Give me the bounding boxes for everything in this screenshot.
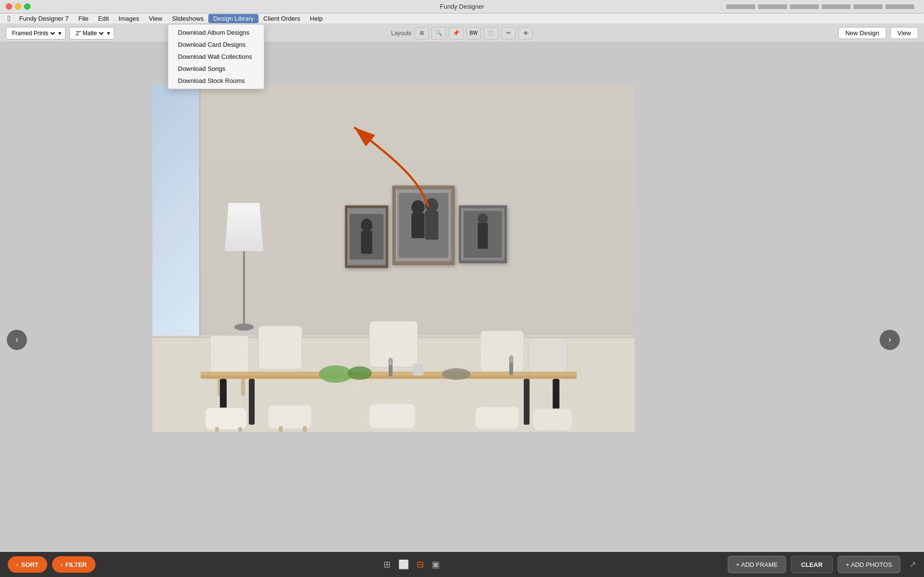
frame-size-dropdown[interactable]: 2" Matte [74, 29, 105, 37]
add-frame-button[interactable]: + ADD FRAME [728, 556, 786, 573]
sort-button[interactable]: ‹ SORT [8, 556, 47, 573]
bottom-bar: ‹ SORT ‹ FILTER ⊞ ⬜ ⊟ ▣ + ADD FRAME CLEA… [0, 552, 924, 577]
svg-rect-6 [361, 231, 372, 254]
svg-rect-34 [413, 363, 423, 376]
toolbar-center: Layouts ⊞ 🔍 📌 BW ⬚ ✏ 👁 [391, 27, 533, 40]
svg-rect-41 [476, 407, 519, 429]
view-button[interactable]: View [890, 27, 918, 39]
share-icon[interactable]: ↗ [909, 559, 916, 570]
menu-bar:  Fundy Designer 7 File Edit Images View… [0, 13, 924, 24]
svg-point-11 [425, 198, 438, 212]
svg-rect-12 [425, 211, 438, 240]
frame-size-select[interactable]: 2" Matte ▾ [69, 27, 114, 40]
room-view: Room 1 ✓ ⊕ [152, 85, 635, 432]
svg-point-15 [478, 214, 488, 224]
prev-arrow[interactable]: ‹ [7, 330, 27, 350]
window-title: Fundy Designer [440, 3, 484, 10]
svg-point-33 [388, 358, 393, 365]
layers-icon[interactable]: ⬚ [484, 27, 498, 40]
add-photos-button[interactable]: + ADD PHOTOS [838, 556, 900, 573]
svg-rect-44 [238, 427, 242, 432]
app: Fundy Designer  Fundy Designer 7 File E… [0, 0, 924, 577]
edit-menu-item[interactable]: Edit [93, 14, 113, 23]
toolbar-right: New Design View [838, 27, 918, 39]
edit-icon[interactable]: ✏ [501, 27, 516, 40]
layouts-label: Layouts [391, 30, 411, 37]
svg-rect-29 [524, 379, 530, 425]
photo-frame-center[interactable] [392, 186, 455, 265]
download-album-designs-item[interactable]: Download Album Designs [168, 27, 264, 39]
help-menu-item[interactable]: Help [305, 14, 328, 23]
dining-scene [152, 278, 635, 432]
grid-icon[interactable]: ⊞ [414, 27, 429, 40]
photo-right [462, 208, 504, 260]
svg-rect-18 [258, 326, 302, 369]
file-menu-item[interactable]: File [73, 14, 93, 23]
clear-button[interactable]: CLEAR [791, 556, 833, 573]
svg-rect-38 [205, 408, 246, 429]
view-menu-item[interactable]: View [144, 14, 167, 23]
layout-icon[interactable]: ⊟ [417, 559, 424, 570]
svg-rect-10 [411, 213, 424, 238]
wall-view-icon[interactable]: ⬜ [398, 559, 409, 570]
toolbar: Framed Prints ▾ 2" Matte ▾ Layouts ⊞ 🔍 📌… [0, 24, 924, 42]
svg-rect-43 [215, 427, 219, 432]
svg-rect-20 [480, 331, 524, 372]
room-background: Room 1 ✓ ⊕ [152, 85, 635, 432]
design-library-dropdown: Download Album Designs Download Card Des… [168, 24, 264, 89]
apple-menu-item[interactable]:  [4, 14, 14, 23]
frame-type-select[interactable]: Framed Prints ▾ [6, 27, 66, 40]
photo-frame-left[interactable] [345, 205, 388, 268]
svg-rect-19 [369, 321, 418, 367]
svg-rect-46 [303, 426, 307, 432]
close-button[interactable] [6, 3, 12, 10]
svg-rect-28 [249, 379, 255, 425]
svg-rect-21 [529, 338, 567, 376]
fundy-menu-item[interactable]: Fundy Designer 7 [14, 14, 74, 23]
design-library-menu-item[interactable]: Design Library [208, 14, 258, 23]
sort-arrow-icon: ‹ [16, 562, 18, 567]
frame-icon[interactable]: ▣ [432, 559, 440, 570]
svg-point-9 [411, 200, 424, 215]
photo-frame-right[interactable] [459, 205, 507, 263]
grid-view-icon[interactable]: ⊞ [383, 559, 391, 570]
download-card-designs-item[interactable]: Download Card Designs [168, 39, 264, 51]
pin-icon[interactable]: 📌 [449, 27, 463, 40]
svg-point-5 [361, 218, 372, 232]
traffic-lights [0, 3, 30, 10]
photo-center [396, 189, 451, 261]
frames-container [345, 191, 507, 268]
images-menu-item[interactable]: Images [114, 14, 144, 23]
svg-point-37 [442, 368, 471, 380]
minimize-button[interactable] [15, 3, 21, 10]
frame-type-dropdown[interactable]: Framed Prints [10, 29, 56, 37]
slideshows-menu-item[interactable]: Slideshows [167, 14, 208, 23]
svg-point-30 [319, 365, 353, 383]
new-design-button[interactable]: New Design [838, 27, 886, 39]
client-orders-menu-item[interactable]: Client Orders [258, 14, 305, 23]
svg-rect-16 [478, 223, 488, 249]
svg-rect-42 [533, 409, 572, 430]
svg-rect-17 [210, 335, 249, 374]
svg-rect-45 [279, 426, 283, 432]
bw-icon[interactable]: BW [466, 27, 481, 40]
zoom-in-icon[interactable]: 🔍 [432, 27, 446, 40]
title-bar: Fundy Designer [0, 0, 924, 13]
fullscreen-button[interactable] [24, 3, 30, 10]
filter-button[interactable]: ‹ FILTER [52, 556, 95, 573]
photo-left [348, 208, 385, 265]
filter-arrow-icon: ‹ [61, 562, 63, 567]
svg-rect-40 [369, 404, 415, 428]
download-songs-item[interactable]: Download Songs [168, 63, 264, 75]
eye-icon[interactable]: 👁 [518, 27, 533, 40]
download-stock-rooms-item[interactable]: Download Stock Rooms [168, 75, 264, 87]
svg-point-36 [509, 355, 514, 363]
svg-point-31 [348, 366, 372, 380]
main-content: ‹ Room 1 ✓ ⊕ [0, 85, 924, 577]
next-arrow[interactable]: › [880, 330, 900, 350]
bottom-center-icons: ⊞ ⬜ ⊟ ▣ [383, 559, 440, 570]
download-wall-collections-item[interactable]: Download Wall Collections [168, 51, 264, 63]
svg-rect-39 [268, 405, 312, 429]
title-bar-right [726, 4, 914, 9]
